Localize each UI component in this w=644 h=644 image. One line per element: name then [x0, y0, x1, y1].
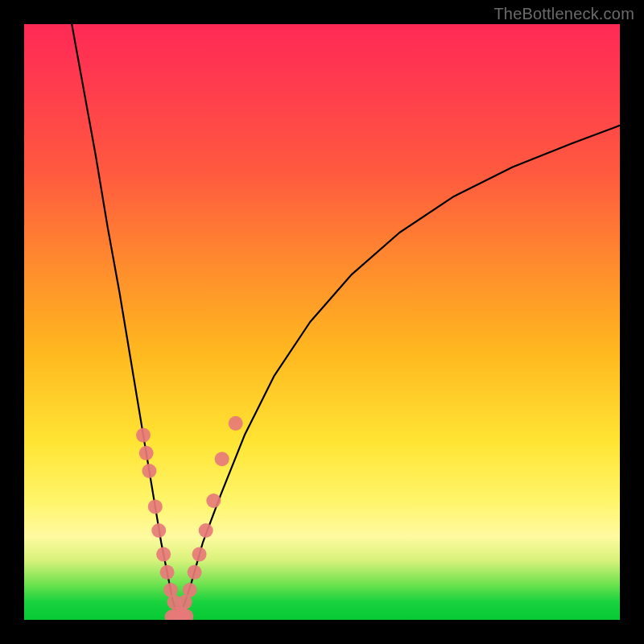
- marker-right-outlier-marker: [229, 416, 243, 431]
- marker-right-markers: [188, 565, 202, 580]
- chart-svg: [24, 24, 620, 620]
- marker-left-markers: [142, 464, 156, 478]
- marker-right-markers: [199, 523, 213, 538]
- marker-right-markers: [192, 547, 207, 562]
- marker-right-markers: [215, 452, 229, 466]
- marker-right-markers: [183, 583, 197, 597]
- marker-left-markers: [156, 547, 171, 562]
- marker-left-markers: [139, 446, 154, 460]
- plot-area: [24, 24, 620, 620]
- marker-left-markers: [136, 428, 151, 443]
- marker-left-markers: [160, 565, 175, 580]
- marker-left-markers: [151, 523, 166, 538]
- chart-frame: TheBottleneck.com: [0, 0, 644, 644]
- watermark-text: TheBottleneck.com: [493, 5, 634, 23]
- curve-right-branch: [179, 126, 620, 620]
- marker-left-markers: [148, 499, 163, 514]
- marker-right-markers: [206, 493, 221, 508]
